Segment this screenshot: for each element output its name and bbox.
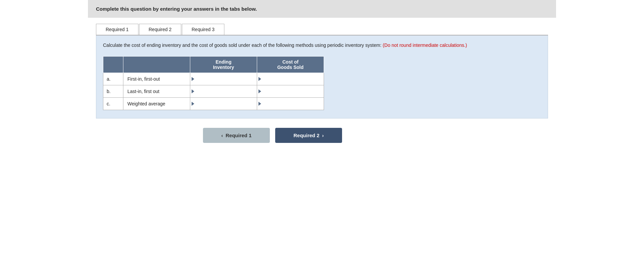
header-banner: Complete this question by entering your … (88, 0, 556, 18)
input-b-cost-goods-sold[interactable] (262, 87, 322, 95)
inventory-table: EndingInventory Cost ofGoods Sold a. Fir… (103, 56, 324, 110)
header-instruction: Complete this question by entering your … (96, 6, 548, 12)
description-main: Calculate the cost of ending inventory a… (103, 43, 383, 48)
next-chevron: › (322, 133, 324, 138)
row-letter-a: a. (103, 73, 123, 85)
content-area: Calculate the cost of ending inventory a… (96, 35, 548, 118)
input-cell-c-ending[interactable] (190, 98, 257, 110)
col-header-ending-inventory: EndingInventory (190, 57, 257, 73)
col-header-cost-goods-sold: Cost ofGoods Sold (257, 57, 324, 73)
input-a-cost-goods-sold[interactable] (262, 75, 322, 83)
col-header-empty2 (123, 57, 190, 73)
table-row: a. First-in, first-out (103, 73, 324, 85)
col-header-empty1 (103, 57, 123, 73)
arrow-a-cogs (258, 77, 261, 81)
arrow-a-ending (192, 77, 194, 81)
page-wrapper: Complete this question by entering your … (88, 0, 556, 143)
arrow-c-cogs (258, 102, 261, 106)
nav-buttons: ‹Required 1 Required 2› (96, 128, 548, 143)
tab-required3[interactable]: Required 3 (182, 24, 224, 35)
tab-required1[interactable]: Required 1 (96, 24, 138, 35)
input-cell-a-ending[interactable] (190, 73, 257, 85)
input-c-cost-goods-sold[interactable] (262, 100, 322, 108)
input-cell-b-ending[interactable] (190, 85, 257, 98)
tab-required3-label: Required 3 (192, 27, 215, 32)
prev-chevron: ‹ (221, 133, 223, 138)
prev-button[interactable]: ‹Required 1 (203, 128, 270, 143)
prev-label: Required 1 (226, 133, 252, 138)
row-letter-c: c. (103, 98, 123, 110)
table-row: b. Last-in, first out (103, 85, 324, 98)
description-note: (Do not round intermediate calculations.… (383, 43, 467, 48)
next-button[interactable]: Required 2› (275, 128, 342, 143)
row-letter-b: b. (103, 85, 123, 98)
input-cell-a-cogs[interactable] (257, 73, 324, 85)
row-label-a: First-in, first-out (123, 73, 190, 85)
arrow-b-ending (192, 89, 194, 93)
input-b-ending-inventory[interactable] (196, 87, 255, 95)
input-cell-c-cogs[interactable] (257, 98, 324, 110)
tab-required1-label: Required 1 (106, 27, 129, 32)
row-label-c: Weighted average (123, 98, 190, 110)
row-label-b: Last-in, first out (123, 85, 190, 98)
arrow-c-ending (192, 102, 194, 106)
tab-required2-label: Required 2 (149, 27, 172, 32)
tabs-row: Required 1 Required 2 Required 3 (96, 24, 548, 35)
tab-required2[interactable]: Required 2 (139, 24, 182, 35)
input-a-ending-inventory[interactable] (196, 75, 255, 83)
instruction-text: Calculate the cost of ending inventory a… (103, 41, 541, 49)
arrow-b-cogs (258, 89, 261, 93)
input-cell-b-cogs[interactable] (257, 85, 324, 98)
input-c-ending-inventory[interactable] (196, 100, 255, 108)
next-label: Required 2 (294, 133, 320, 138)
table-row: c. Weighted average (103, 98, 324, 110)
